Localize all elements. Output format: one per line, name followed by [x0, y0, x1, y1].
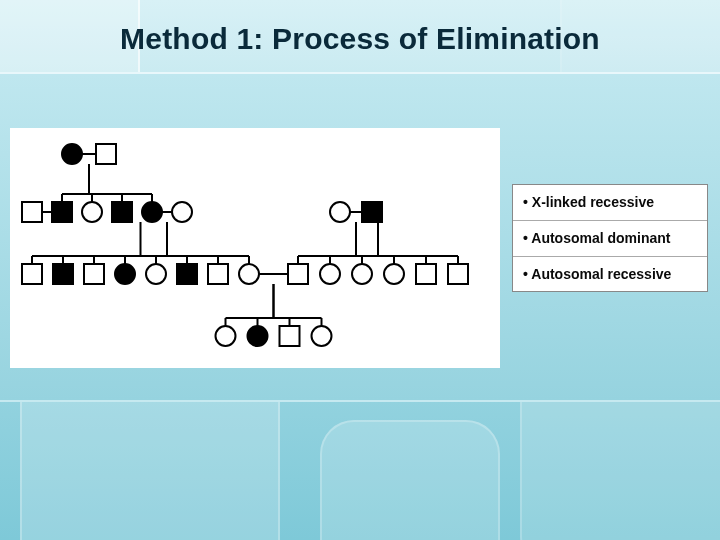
pedigree-diagram [10, 128, 500, 368]
svg-rect-53 [448, 264, 468, 284]
svg-rect-64 [280, 326, 300, 346]
svg-point-51 [384, 264, 404, 284]
svg-rect-19 [362, 202, 382, 222]
svg-point-49 [320, 264, 340, 284]
svg-point-1 [62, 144, 82, 164]
svg-point-16 [172, 202, 192, 222]
bg-decor [320, 420, 500, 540]
svg-point-38 [239, 264, 259, 284]
svg-rect-52 [416, 264, 436, 284]
svg-point-62 [216, 326, 236, 346]
svg-point-15 [142, 202, 162, 222]
pedigree-svg [10, 128, 500, 368]
legend-item-xlinked-recessive: • X-linked recessive [513, 185, 707, 221]
svg-point-34 [115, 264, 135, 284]
svg-rect-12 [52, 202, 72, 222]
svg-rect-37 [208, 264, 228, 284]
legend-item-autosomal-recessive: • Autosomal recessive [513, 257, 707, 292]
svg-point-18 [330, 202, 350, 222]
svg-rect-36 [177, 264, 197, 284]
svg-point-50 [352, 264, 372, 284]
svg-rect-2 [96, 144, 116, 164]
legend-item-autosomal-dominant: • Autosomal dominant [513, 221, 707, 257]
svg-rect-33 [84, 264, 104, 284]
svg-rect-14 [112, 202, 132, 222]
svg-rect-32 [53, 264, 73, 284]
slide: Method 1: Process of Elimination • X-lin… [0, 0, 720, 540]
svg-rect-31 [22, 264, 42, 284]
svg-rect-48 [288, 264, 308, 284]
svg-point-13 [82, 202, 102, 222]
legend-box: • X-linked recessive • Autosomal dominan… [512, 184, 708, 292]
svg-rect-11 [22, 202, 42, 222]
svg-point-63 [248, 326, 268, 346]
page-title: Method 1: Process of Elimination [0, 22, 720, 56]
svg-point-35 [146, 264, 166, 284]
svg-point-65 [312, 326, 332, 346]
